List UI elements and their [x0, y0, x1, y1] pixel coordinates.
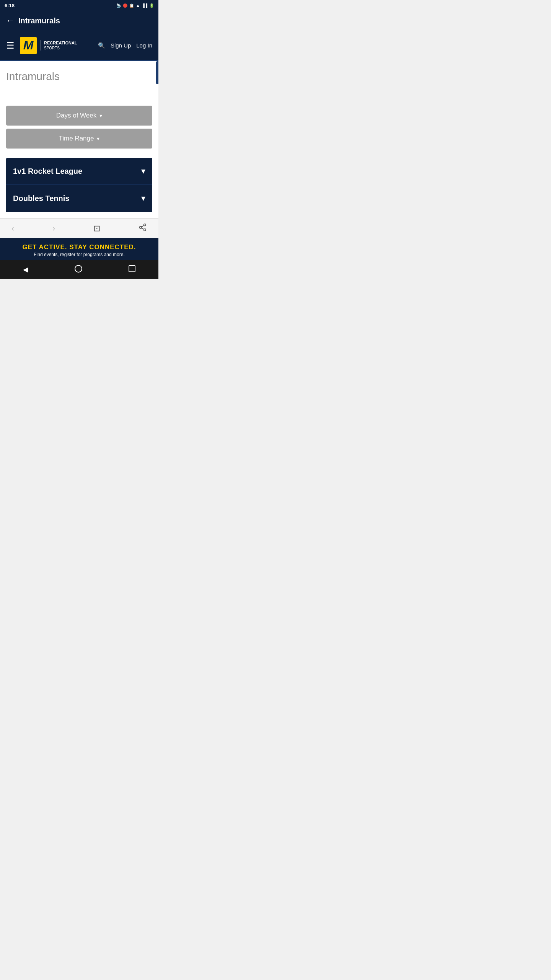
- status-bar: 6:18 📡 🔴 📋 ▲ ▐▐ 🔋: [0, 0, 158, 11]
- browser-share-button[interactable]: [135, 222, 151, 235]
- android-recent-icon: [129, 265, 135, 272]
- time-range-chevron: ▾: [97, 136, 99, 142]
- share-icon: [139, 223, 147, 232]
- browser-bookmark-button[interactable]: ⊡: [90, 222, 104, 235]
- days-of-week-filter[interactable]: Days of Week ▾: [6, 106, 152, 126]
- ad-subtext: Find events, register for programs and m…: [4, 252, 155, 257]
- hamburger-menu-button[interactable]: ☰: [6, 40, 15, 51]
- nav-title: Intramurals: [18, 16, 60, 25]
- svg-line-4: [142, 225, 144, 227]
- logo-container: M RECREATIONAL SPORTS: [20, 37, 77, 54]
- status-icons: 📡 🔴 📋 ▲ ▐▐ 🔋: [116, 3, 154, 8]
- scroll-indicator: [156, 61, 158, 84]
- android-home-icon: [75, 265, 82, 273]
- browser-forward-button[interactable]: ›: [49, 222, 59, 235]
- university-logo-m: M: [20, 37, 37, 54]
- logo-line2: SPORTS: [44, 46, 77, 51]
- header-right: 🔍 Sign Up Log In: [98, 42, 152, 49]
- svg-point-0: [144, 224, 146, 226]
- bookmark-icon: ⊡: [93, 224, 100, 233]
- android-nav-bar: ◀: [0, 260, 158, 279]
- ad-banner: GET ACTIVE. STAY CONNECTED. Find events,…: [0, 238, 158, 260]
- ad-headline: GET ACTIVE. STAY CONNECTED.: [4, 243, 155, 251]
- android-home-button[interactable]: [75, 265, 82, 274]
- page-content: Intramurals Days of Week ▾ Time Range ▾ …: [0, 61, 158, 218]
- android-back-button[interactable]: ◀: [23, 265, 28, 274]
- svg-point-1: [140, 226, 142, 229]
- doubles-tennis-chevron: ▾: [141, 193, 145, 203]
- sport-name-doubles-tennis: Doubles Tennis: [13, 194, 69, 203]
- notification-icon-1: 📡: [116, 3, 121, 8]
- days-of-week-chevron: ▾: [99, 113, 102, 119]
- page-title: Intramurals: [6, 70, 152, 83]
- sport-name-rocket-league: 1v1 Rocket League: [13, 167, 82, 176]
- log-in-button[interactable]: Log In: [136, 42, 152, 49]
- browser-back-button[interactable]: ‹: [8, 222, 18, 235]
- svg-line-3: [142, 228, 144, 229]
- sport-list: 1v1 Rocket League ▾ Doubles Tennis ▾: [6, 158, 152, 212]
- sign-up-button[interactable]: Sign Up: [111, 42, 131, 49]
- sport-item-doubles-tennis[interactable]: Doubles Tennis ▾: [6, 185, 152, 212]
- logo-text: RECREATIONAL SPORTS: [41, 40, 77, 51]
- signal-icon: ▐▐: [142, 3, 147, 8]
- search-icon[interactable]: 🔍: [98, 42, 105, 49]
- back-button[interactable]: ←: [6, 16, 15, 26]
- time-range-label: Time Range: [59, 135, 94, 142]
- notification-icon-3: 📋: [129, 3, 134, 8]
- header-bar: ☰ M RECREATIONAL SPORTS 🔍 Sign Up Log In: [0, 31, 158, 61]
- svg-point-2: [144, 229, 146, 231]
- logo-line1: RECREATIONAL: [44, 40, 77, 46]
- android-back-icon: ◀: [23, 266, 28, 273]
- time-range-filter[interactable]: Time Range ▾: [6, 129, 152, 149]
- notification-icon-2: 🔴: [123, 3, 127, 8]
- header-left: ☰ M RECREATIONAL SPORTS: [6, 37, 77, 54]
- days-of-week-label: Days of Week: [56, 112, 97, 119]
- top-nav-bar: ← Intramurals: [0, 11, 158, 31]
- sport-item-rocket-league[interactable]: 1v1 Rocket League ▾: [6, 158, 152, 185]
- status-time: 6:18: [5, 3, 15, 8]
- rocket-league-chevron: ▾: [141, 166, 145, 176]
- battery-icon: 🔋: [149, 3, 154, 8]
- wifi-icon: ▲: [136, 3, 140, 8]
- bottom-nav: ‹ › ⊡: [0, 218, 158, 238]
- android-recent-button[interactable]: [129, 265, 135, 274]
- filter-section: Days of Week ▾ Time Range ▾: [6, 106, 152, 149]
